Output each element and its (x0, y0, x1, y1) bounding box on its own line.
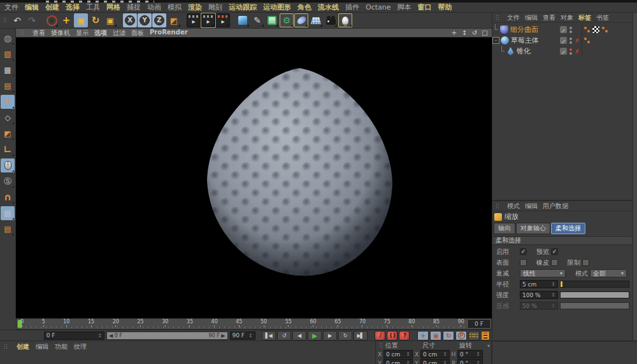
redo-button[interactable]: ↷ (25, 13, 39, 27)
record-parameter-button[interactable]: P (455, 331, 467, 340)
menu-item[interactable]: 运动图形 (263, 3, 291, 12)
next-key-button[interactable]: ↻ (338, 331, 352, 340)
menu-item[interactable]: 编辑 (25, 3, 39, 12)
goto-end-button[interactable]: ▶▌ (354, 331, 368, 340)
pan-view-icon[interactable]: + (450, 29, 459, 37)
live-selection-button[interactable]: ➤ (45, 13, 59, 27)
radius-slider[interactable] (560, 281, 629, 288)
previous-frame-button[interactable]: ◀ (292, 331, 306, 340)
object-row[interactable]: 锥化 ✗ (492, 46, 632, 57)
menu-item[interactable]: 显示 (76, 29, 89, 38)
preview-checkbox[interactable]: ✓ (551, 248, 558, 255)
size-y-field[interactable]: 0 cm↕ (420, 359, 450, 364)
object-name[interactable]: 细分曲面 (510, 25, 560, 34)
menu-item[interactable]: 运动跟踪 (229, 3, 257, 12)
attribute-manager-grip[interactable] (496, 203, 500, 209)
menu-item[interactable]: 选择 (66, 3, 80, 12)
object-row[interactable]: - 草莓主体 ✗ (492, 35, 632, 46)
polygons-mode-button[interactable]: ◩ (1, 127, 15, 141)
object-name[interactable]: 草莓主体 (511, 36, 560, 45)
lock-workplane-button[interactable]: ▤ (1, 206, 15, 220)
menu-item[interactable]: 标签 (578, 13, 591, 22)
position-x-field[interactable]: 0 cm↕ (383, 350, 413, 358)
menu-item[interactable]: 创建 (45, 3, 59, 12)
viewport-canvas[interactable] (16, 38, 492, 318)
disabled-icon[interactable]: ✗ (574, 38, 580, 44)
menu-item[interactable]: 查看 (543, 13, 555, 22)
viewport-grip[interactable] (20, 30, 25, 36)
points-mode-button[interactable]: ∷ (1, 95, 15, 109)
add-environment-button[interactable] (309, 13, 323, 27)
add-generator-button[interactable] (265, 13, 279, 27)
menu-item[interactable]: 动画 (147, 3, 161, 12)
selection-tag-icon[interactable] (583, 37, 590, 44)
object-name[interactable]: 锥化 (517, 46, 560, 56)
menu-item[interactable]: 选项 (94, 29, 107, 38)
layer-chip[interactable] (560, 48, 567, 55)
lock-z-axis-button[interactable]: Z (152, 13, 166, 27)
menu-item[interactable]: 流水线 (318, 3, 339, 12)
lock-y-axis-button[interactable]: Y (138, 13, 152, 27)
menu-item[interactable]: 编辑 (525, 202, 538, 211)
autokey-button[interactable]: ( ) (387, 331, 397, 340)
menu-item[interactable]: 网格 (106, 3, 120, 12)
object-manager-grip[interactable] (496, 15, 500, 21)
next-frame-button[interactable]: ▶ (323, 331, 337, 340)
menu-item[interactable]: 角色 (297, 3, 311, 12)
layer-chip[interactable] (560, 37, 567, 44)
toolbar-separator[interactable] (39, 13, 44, 27)
display-tag-icon[interactable] (592, 26, 599, 33)
menu-item[interactable]: 过滤 (113, 29, 125, 38)
menu-item[interactable]: 创建 (17, 342, 29, 351)
undo-button[interactable]: ↶ (10, 13, 24, 27)
falloff-dropdown[interactable]: 线性▾ (520, 269, 566, 277)
menu-item[interactable]: 模式 (507, 202, 520, 211)
spline-pen-button[interactable]: ✎ (250, 13, 264, 27)
texture-mode-button[interactable]: ▩ (1, 63, 15, 77)
add-primitive-button[interactable] (236, 13, 250, 27)
timeline-film-button[interactable] (481, 331, 490, 340)
workplane-mode-button[interactable]: ▤ (1, 79, 15, 93)
add-deformer-button[interactable]: ⚙ (280, 13, 294, 27)
menu-item[interactable]: 用户数据 (543, 202, 568, 211)
selection-tag-icon[interactable] (601, 26, 608, 33)
menu-item[interactable]: 书签 (596, 13, 609, 22)
menu-item[interactable]: 渲染 (188, 3, 202, 12)
model-mode-button[interactable]: ▧ (1, 47, 15, 61)
menu-item[interactable]: 文件 (4, 3, 18, 12)
menu-item[interactable]: 面板 (131, 29, 144, 38)
menu-item[interactable]: 纹理 (74, 342, 87, 351)
menu-item[interactable]: 模拟 (168, 3, 182, 12)
spinner-icon[interactable]: ↕ (248, 333, 253, 339)
menu-item[interactable]: Octane (366, 3, 391, 11)
previous-key-button[interactable]: ↺ (277, 331, 291, 340)
render-picture-viewer-button[interactable]: ▸ (201, 13, 215, 27)
visibility-dots[interactable] (569, 48, 573, 55)
visibility-dots[interactable] (569, 38, 573, 44)
menu-item[interactable]: 工具 (86, 3, 100, 12)
section-header[interactable]: 柔和选择 (492, 236, 632, 245)
toolbar-grip[interactable] (3, 17, 8, 24)
keyframe-options-button[interactable]: ? (399, 331, 410, 340)
render-settings-button[interactable]: ▸ (216, 13, 230, 27)
end-frame-field[interactable]: 90 F ↕ (230, 332, 255, 340)
spinner-icon[interactable]: ↕ (97, 333, 102, 339)
surface-checkbox[interactable] (520, 259, 527, 266)
record-scale-button[interactable]: ▣ (430, 331, 441, 340)
toggle-view-icon[interactable]: □ (480, 29, 489, 37)
add-field-button[interactable] (294, 13, 308, 27)
menu-item[interactable]: 对象 (561, 13, 573, 22)
menu-item[interactable]: 功能 (55, 342, 68, 351)
toolbar-separator[interactable] (118, 13, 122, 27)
scale-tool-button[interactable]: ▣ (74, 13, 88, 27)
timeline-track[interactable]: 051015202530354045505560657075808590 0 F (16, 318, 492, 330)
menu-item[interactable]: 脚本 (397, 3, 412, 12)
rotate-view-icon[interactable]: ↺ (470, 29, 479, 37)
edges-mode-button[interactable]: ◇ (1, 111, 15, 125)
menu-item[interactable]: 帮助 (438, 3, 452, 12)
coordinate-system-button[interactable]: ◩ (167, 13, 181, 27)
make-editable-button[interactable]: ◍ (1, 31, 15, 45)
rotation-p-field[interactable]: 0 °↕ (457, 359, 483, 364)
workplane-snap-button[interactable]: ▤ (1, 222, 15, 236)
goto-start-button[interactable]: ▌◀ (262, 331, 276, 340)
